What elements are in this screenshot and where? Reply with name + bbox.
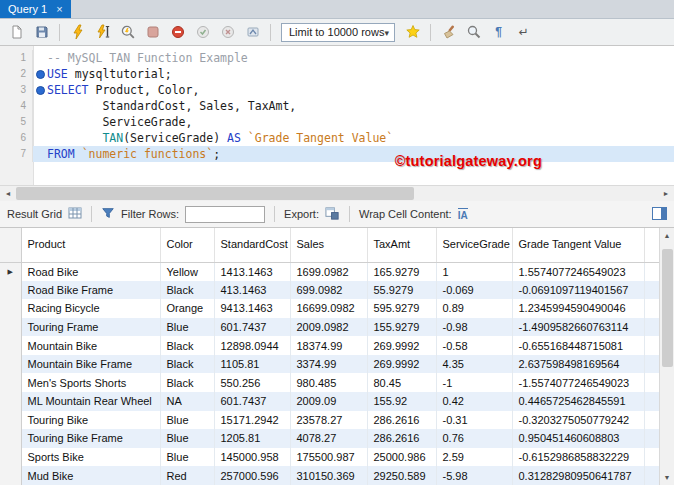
- grid-cell[interactable]: Touring Bike Frame: [21, 429, 160, 448]
- grid-cell[interactable]: Red: [160, 466, 214, 485]
- grid-cell[interactable]: Blue: [160, 318, 214, 337]
- stop-query-icon[interactable]: [141, 22, 164, 43]
- grid-cell[interactable]: 0.89: [436, 299, 512, 318]
- grid-cell[interactable]: -0.0691097119401567: [512, 281, 644, 300]
- grid-cell[interactable]: ML Mountain Rear Wheel: [21, 392, 160, 411]
- grid-cell[interactable]: 2009.0982: [290, 318, 367, 337]
- grid-cell[interactable]: Black: [160, 373, 214, 392]
- query-tab[interactable]: Query 1: [0, 0, 71, 18]
- column-header-product[interactable]: Product: [21, 228, 160, 262]
- scroll-right-icon[interactable]: [658, 186, 674, 202]
- grid-cell[interactable]: 155.92: [367, 392, 436, 411]
- grid-cell[interactable]: 0.76: [436, 429, 512, 448]
- grid-cell[interactable]: 286.2616: [367, 411, 436, 430]
- editor-horizontal-scrollbar[interactable]: [0, 185, 674, 201]
- grid-cell[interactable]: 1: [436, 262, 512, 281]
- find-icon[interactable]: [462, 22, 485, 43]
- table-row[interactable]: Racing BicycleOrange9413.146316699.09825…: [0, 299, 659, 318]
- sql-editor[interactable]: 1-- MySQL TAN Function Example2USE mysql…: [0, 46, 674, 185]
- open-script-icon[interactable]: [5, 22, 28, 43]
- grid-cell[interactable]: 155.9279: [367, 318, 436, 337]
- save-snippet-icon[interactable]: [401, 22, 424, 43]
- column-header-taxamt[interactable]: TaxAmt: [367, 228, 436, 262]
- grid-cell[interactable]: Touring Bike: [21, 411, 160, 430]
- grid-cell[interactable]: Racing Bicycle: [21, 299, 160, 318]
- grid-cell[interactable]: 310150.369: [290, 466, 367, 485]
- grid-cell[interactable]: 286.2616: [367, 429, 436, 448]
- grid-cell[interactable]: -0.6152986858832229: [512, 448, 644, 467]
- grid-cell[interactable]: Blue: [160, 411, 214, 430]
- grid-cell[interactable]: 1.5574077246549023: [512, 262, 644, 281]
- rollback-icon[interactable]: [216, 22, 239, 43]
- grid-cell[interactable]: 1.2345994590490046: [512, 299, 644, 318]
- table-row[interactable]: ▶Road BikeYellow1413.14631699.0982165.92…: [0, 262, 659, 281]
- tab-close-icon[interactable]: [56, 4, 62, 15]
- grid-cell[interactable]: Mountain Bike: [21, 336, 160, 355]
- grid-cell[interactable]: Black: [160, 281, 214, 300]
- code-line[interactable]: 5 ServiceGrade,: [0, 114, 674, 130]
- grid-cell[interactable]: 2009.09: [290, 392, 367, 411]
- grid-cell[interactable]: -1: [436, 373, 512, 392]
- grid-cell[interactable]: Sports Bike: [21, 448, 160, 467]
- grid-cell[interactable]: Road Bike: [21, 262, 160, 281]
- explain-plan-icon[interactable]: [116, 22, 139, 43]
- grid-cell[interactable]: 601.7437: [214, 318, 290, 337]
- grid-cell[interactable]: 699.0982: [290, 281, 367, 300]
- table-row[interactable]: Sports BikeBlue145000.958175500.98725000…: [0, 448, 659, 467]
- grid-cell[interactable]: 18374.99: [290, 336, 367, 355]
- grid-vertical-scrollbar[interactable]: [659, 228, 674, 485]
- column-header-color[interactable]: Color: [160, 228, 214, 262]
- scroll-up-icon[interactable]: [660, 228, 674, 243]
- table-row[interactable]: ML Mountain Rear WheelNA601.74372009.091…: [0, 392, 659, 411]
- grid-cell[interactable]: Mud Bike: [21, 466, 160, 485]
- grid-cell[interactable]: 165.9279: [367, 262, 436, 281]
- execute-icon[interactable]: [66, 22, 89, 43]
- grid-cell[interactable]: Yellow: [160, 262, 214, 281]
- grid-cell[interactable]: 9413.1463: [214, 299, 290, 318]
- grid-cell[interactable]: 269.9992: [367, 355, 436, 374]
- table-row[interactable]: Mud BikeRed257000.596310150.36929250.589…: [0, 466, 659, 485]
- grid-cell[interactable]: 2.637598498169564: [512, 355, 644, 374]
- column-header-servicegrade[interactable]: ServiceGrade: [436, 228, 512, 262]
- toggle-autocommit-icon[interactable]: [241, 22, 264, 43]
- grid-cell[interactable]: 595.9279: [367, 299, 436, 318]
- save-script-icon[interactable]: [30, 22, 53, 43]
- grid-cell[interactable]: -0.31: [436, 411, 512, 430]
- grid-cell[interactable]: Touring Frame: [21, 318, 160, 337]
- grid-cell[interactable]: 12898.0944: [214, 336, 290, 355]
- grid-cell[interactable]: 0.31282980950641787: [512, 466, 644, 485]
- table-row[interactable]: Touring Bike FrameBlue1205.814078.27286.…: [0, 429, 659, 448]
- grid-cell[interactable]: 1699.0982: [290, 262, 367, 281]
- grid-cell[interactable]: 601.7437: [214, 392, 290, 411]
- grid-cell[interactable]: 175500.987: [290, 448, 367, 467]
- grid-cell[interactable]: Mountain Bike Frame: [21, 355, 160, 374]
- grid-cell[interactable]: -0.58: [436, 336, 512, 355]
- code-line[interactable]: 3SELECT Product, Color,: [0, 82, 674, 98]
- grid-cell[interactable]: 55.9279: [367, 281, 436, 300]
- panel-toggle-icon[interactable]: [652, 207, 667, 222]
- column-header-standardcost[interactable]: StandardCost: [214, 228, 290, 262]
- grid-cell[interactable]: Black: [160, 336, 214, 355]
- filter-rows-input[interactable]: [185, 206, 265, 223]
- invisible-characters-icon[interactable]: ¶: [487, 22, 510, 43]
- grid-cell[interactable]: Blue: [160, 429, 214, 448]
- grid-cell[interactable]: 4.35: [436, 355, 512, 374]
- limit-rows-dropdown[interactable]: Limit to 10000 rows: [281, 23, 395, 42]
- execute-current-statement-icon[interactable]: [91, 22, 114, 43]
- hscroll-track[interactable]: [16, 186, 658, 201]
- wrap-cell-content-icon[interactable]: IA: [458, 208, 468, 221]
- grid-cell[interactable]: 4078.27: [290, 429, 367, 448]
- grid-cell[interactable]: -0.069: [436, 281, 512, 300]
- table-row[interactable]: Men's Sports ShortsBlack550.256980.48580…: [0, 373, 659, 392]
- grid-cell[interactable]: 15171.2942: [214, 411, 290, 430]
- grid-cell[interactable]: -1.4909582660763114: [512, 318, 644, 337]
- table-row[interactable]: Touring BikeBlue15171.294223578.27286.26…: [0, 411, 659, 430]
- grid-cell[interactable]: 1205.81: [214, 429, 290, 448]
- grid-cell[interactable]: 0.4465725462845591: [512, 392, 644, 411]
- grid-cell[interactable]: 0.42: [436, 392, 512, 411]
- toggle-stop-on-error-icon[interactable]: [166, 22, 189, 43]
- grid-cell[interactable]: Men's Sports Shorts: [21, 373, 160, 392]
- table-row[interactable]: Mountain Bike FrameBlack1105.813374.9926…: [0, 355, 659, 374]
- grid-cell[interactable]: Road Bike Frame: [21, 281, 160, 300]
- scroll-left-icon[interactable]: [0, 186, 16, 202]
